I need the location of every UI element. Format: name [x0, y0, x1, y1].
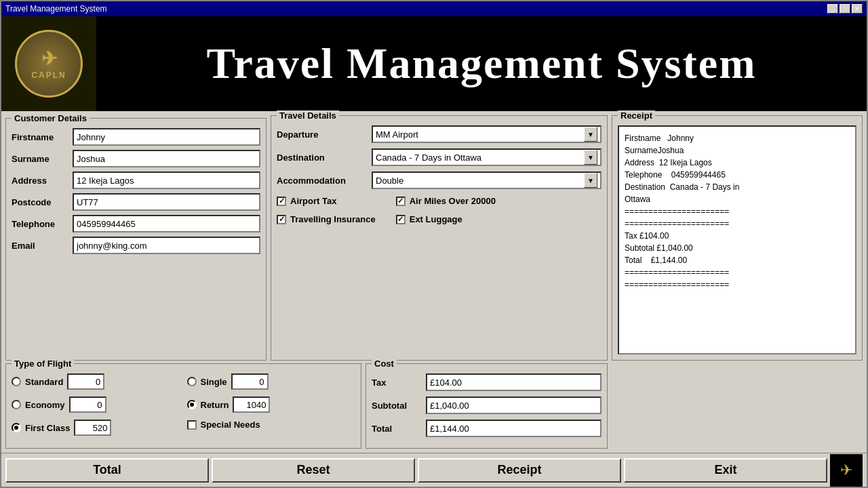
single-radio[interactable] [187, 377, 197, 386]
single-label: Single [201, 377, 227, 387]
tax-label: Tax [372, 378, 426, 388]
first-class-radio[interactable] [12, 423, 21, 432]
receipt-separator-1: ====================== [625, 205, 850, 218]
close-button[interactable]: ✕ [852, 4, 863, 14]
firstname-row: Firstname [12, 128, 260, 146]
air-miles-label: Air Miles Over 20000 [410, 196, 496, 206]
surname-input[interactable] [73, 150, 260, 167]
firstname-input[interactable] [73, 128, 260, 146]
departure-value: MM Airport [376, 129, 584, 140]
logo-text: ✈ CAPLN [31, 47, 66, 80]
destination-row: Destination Canada - 7 Days in Ottawa ▼ [277, 148, 601, 166]
receipt-separator-4: ====================== [625, 279, 850, 291]
email-row: Email [12, 237, 260, 254]
receipt-tax-line: Tax £104.00 [625, 230, 850, 242]
standard-label: Standard [25, 377, 63, 387]
header-logo: ✈ CAPLN [1, 16, 96, 111]
return-radio[interactable] [187, 400, 197, 409]
address-label: Address [12, 176, 73, 186]
cost-title: Cost [372, 359, 397, 369]
flight-type-title: Type of Flight [12, 359, 74, 369]
special-needs-item: Special Needs [187, 420, 356, 430]
return-item: Return [187, 396, 356, 413]
header-title-area: Travel Management System [96, 39, 867, 89]
title-bar-controls: _ □ ✕ [827, 4, 863, 14]
subtotal-label: Subtotal [372, 401, 426, 411]
window-title: Travel Management System [5, 4, 107, 14]
flight-type-panel: Type of Flight Standard Econom [5, 363, 361, 449]
single-input[interactable] [231, 373, 269, 390]
economy-radio[interactable] [12, 400, 21, 409]
address-input[interactable] [73, 171, 260, 189]
customer-details-title: Customer Details [12, 113, 90, 123]
travelling-insurance-checkbox[interactable]: ✓ [277, 215, 286, 224]
destination-dropdown-btn[interactable]: ▼ [584, 150, 597, 165]
destination-label: Destination [277, 152, 372, 163]
departure-select[interactable]: MM Airport ▼ [372, 125, 601, 143]
maximize-button[interactable]: □ [840, 4, 850, 14]
customer-details-panel: Customer Details Firstname Surname Addre… [5, 118, 267, 361]
telephone-input[interactable] [73, 215, 260, 232]
travel-details-panel: Travel Details Departure MM Airport ▼ De… [271, 115, 608, 361]
single-item: Single [187, 373, 356, 390]
airport-tax-item: ✓ Airport Tax [277, 196, 376, 206]
surname-row: Surname [12, 150, 260, 167]
postcode-input[interactable] [73, 193, 260, 211]
exit-button[interactable]: Exit [624, 458, 827, 483]
accommodation-label: Accommodation [277, 176, 372, 186]
first-class-item: First Class [12, 420, 180, 436]
logo-circle: ✈ CAPLN [15, 30, 83, 98]
return-input[interactable] [233, 396, 270, 413]
departure-label: Departure [277, 129, 372, 140]
airport-tax-label: Airport Tax [290, 196, 336, 206]
subtotal-row: Subtotal [372, 396, 601, 414]
receipt-line-3: Address 12 Ikeja Lagos [625, 157, 850, 169]
ext-luggage-item: ✓ Ext Luggage [396, 214, 496, 224]
economy-input[interactable] [69, 396, 106, 413]
surname-label: Surname [12, 154, 73, 164]
receipt-title: Receipt [618, 110, 655, 121]
email-input[interactable] [73, 237, 260, 254]
accommodation-value: Double [376, 176, 584, 186]
postcode-row: Postcode [12, 193, 260, 211]
email-label: Email [12, 241, 73, 251]
ext-luggage-label: Ext Luggage [410, 214, 462, 224]
accommodation-select[interactable]: Double ▼ [372, 171, 601, 189]
receipt-button[interactable]: Receipt [418, 458, 621, 483]
accommodation-dropdown-btn[interactable]: ▼ [584, 173, 597, 188]
standard-radio[interactable] [12, 377, 21, 386]
header-banner: ✈ CAPLN Travel Management System [1, 16, 867, 111]
ext-luggage-checkbox[interactable]: ✓ [396, 215, 406, 224]
departure-dropdown-btn[interactable]: ▼ [584, 127, 597, 142]
economy-item: Economy [12, 396, 180, 413]
total-input[interactable] [426, 420, 601, 437]
logo-icon-button[interactable]: ✈ [830, 454, 863, 487]
receipt-line-5: Destination Canada - 7 Days in [625, 181, 850, 193]
air-miles-item: ✓ Air Miles Over 20000 [396, 196, 496, 206]
special-needs-label: Special Needs [201, 420, 260, 430]
special-needs-checkbox[interactable] [187, 420, 197, 430]
minimize-button[interactable]: _ [827, 4, 838, 14]
tax-input[interactable] [426, 373, 601, 391]
receipt-subtotal-line: Subtotal £1,040.00 [625, 242, 850, 254]
reset-button[interactable]: Reset [212, 458, 415, 483]
receipt-separator-2: ====================== [625, 218, 850, 230]
economy-label: Economy [25, 400, 65, 410]
receipt-line-1: Firstname Johnny [625, 132, 850, 144]
subtotal-input[interactable] [426, 396, 601, 414]
total-label: Total [372, 424, 426, 434]
air-miles-checkbox[interactable]: ✓ [396, 197, 406, 206]
total-button[interactable]: Total [5, 458, 209, 483]
accommodation-row: Accommodation Double ▼ [277, 171, 601, 189]
address-row: Address [12, 171, 260, 189]
standard-item: Standard [12, 373, 180, 390]
button-bar: Total Reset Receipt Exit ✈ [1, 453, 867, 487]
first-class-input[interactable] [74, 420, 111, 436]
destination-select[interactable]: Canada - 7 Days in Ottawa ▼ [372, 148, 601, 166]
receipt-panel: Receipt Firstname Johnny SurnameJoshua A… [612, 115, 863, 361]
airport-tax-checkbox[interactable]: ✓ [277, 197, 286, 206]
standard-input[interactable] [67, 373, 104, 390]
return-label: Return [201, 400, 229, 410]
receipt-total-line: Total £1,144.00 [625, 254, 850, 266]
telephone-label: Telephone [12, 219, 73, 229]
